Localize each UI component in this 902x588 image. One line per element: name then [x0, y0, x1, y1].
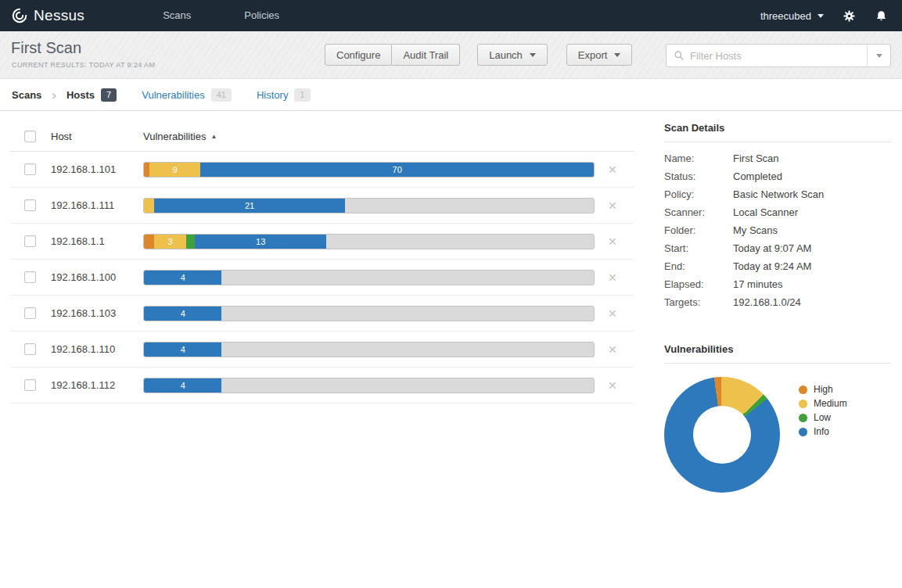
vulnerability-bar[interactable]: 4 — [143, 378, 595, 393]
row-checkbox[interactable] — [24, 307, 36, 319]
table-row[interactable]: 192.168.1.1034✕ — [10, 296, 634, 332]
notifications-bell-icon[interactable] — [875, 9, 888, 23]
settings-gear-icon[interactable] — [843, 9, 856, 23]
detail-value: Today at 9:07 AM — [733, 239, 811, 257]
bar-segment-info: 70 — [200, 163, 594, 177]
delete-row-button[interactable]: ✕ — [608, 199, 617, 212]
table-header: Host Vulnerabilities ▲ — [10, 122, 634, 152]
bar-segment-medium — [144, 199, 154, 213]
brand[interactable]: Nessus — [0, 7, 84, 24]
column-header-vulnerabilities[interactable]: Vulnerabilities ▲ — [143, 131, 217, 142]
vulnerability-bar[interactable]: 21 — [143, 198, 595, 213]
legend-item: Medium — [799, 396, 847, 411]
chart-legend: HighMediumLowInfo — [799, 382, 847, 493]
filter-dropdown-toggle[interactable] — [867, 45, 890, 66]
row-checkbox[interactable] — [24, 271, 36, 283]
main-nav: Scans Policies — [156, 0, 286, 31]
vulnerabilities-panel-title: Vulnerabilities — [664, 343, 891, 364]
detail-value: Local Scanner — [733, 203, 798, 221]
host-cell[interactable]: 192.168.1.101 — [51, 163, 143, 175]
detail-row: Name:First Scan — [664, 149, 891, 167]
user-caret-icon — [818, 14, 824, 18]
legend-label: Medium — [814, 398, 847, 409]
legend-item: High — [799, 382, 847, 396]
detail-label: Policy: — [664, 185, 733, 203]
select-all-checkbox[interactable] — [24, 131, 36, 142]
vulnerability-bar[interactable]: 970 — [143, 162, 595, 177]
table-row[interactable]: 192.168.1.11121✕ — [10, 188, 634, 224]
legend-label: Low — [814, 412, 831, 423]
legend-dot-info — [799, 428, 807, 436]
host-cell[interactable]: 192.168.1.1 — [51, 235, 143, 247]
topbar-right: threecubed — [760, 9, 902, 23]
delete-row-button[interactable]: ✕ — [608, 307, 617, 320]
detail-label: Targets: — [664, 293, 733, 311]
row-checkbox[interactable] — [24, 163, 36, 175]
detail-row: End:Today at 9:24 AM — [664, 257, 891, 275]
column-header-vulnerabilities-label: Vulnerabilities — [143, 131, 206, 142]
host-cell[interactable]: 192.168.1.111 — [51, 199, 143, 211]
legend-label: Info — [814, 426, 829, 437]
vulnerability-donut-chart — [664, 377, 780, 493]
table-row[interactable]: 192.168.1.1313✕ — [10, 224, 634, 260]
delete-row-button[interactable]: ✕ — [608, 379, 617, 392]
tab-history-count-badge: 1 — [294, 88, 310, 102]
bar-segment-medium: 9 — [149, 163, 201, 177]
tab-hosts[interactable]: Hosts 7 — [66, 88, 117, 102]
delete-row-button[interactable]: ✕ — [608, 235, 617, 248]
vulnerability-bar[interactable]: 4 — [143, 342, 595, 357]
launch-button[interactable]: Launch — [477, 44, 548, 66]
filter-hosts-input[interactable] — [690, 50, 867, 62]
delete-row-button[interactable]: ✕ — [608, 271, 617, 284]
vulnerability-bar[interactable]: 4 — [143, 270, 595, 285]
search-icon — [667, 50, 690, 61]
row-checkbox[interactable] — [24, 235, 36, 247]
tab-vulnerabilities[interactable]: Vulnerabilities 41 — [142, 88, 232, 102]
delete-row-button[interactable]: ✕ — [608, 343, 617, 356]
table-row[interactable]: 192.168.1.1104✕ — [10, 332, 634, 368]
detail-row: Status:Completed — [664, 167, 891, 185]
configure-button-label: Configure — [336, 49, 380, 61]
bar-segment-info: 4 — [144, 271, 221, 285]
bar-segment-info: 4 — [144, 307, 221, 321]
detail-row: Start:Today at 9:07 AM — [664, 239, 891, 257]
host-cell[interactable]: 192.168.1.110 — [51, 343, 143, 355]
bar-segment-medium: 3 — [154, 235, 186, 249]
column-header-host[interactable]: Host — [51, 131, 143, 142]
user-name: threecubed — [760, 10, 811, 22]
detail-row: Scanner:Local Scanner — [664, 203, 891, 221]
filter-caret-icon — [876, 54, 882, 58]
row-checkbox[interactable] — [24, 343, 36, 355]
row-checkbox[interactable] — [24, 199, 36, 211]
delete-row-button[interactable]: ✕ — [608, 163, 617, 176]
host-cell[interactable]: 192.168.1.112 — [51, 379, 143, 391]
breadcrumb: Scans › Hosts 7 Vulnerabilities 41 Histo… — [0, 79, 902, 111]
tab-history[interactable]: History 1 — [257, 88, 311, 102]
page-subtitle: CURRENT RESULTS: TODAY AT 9:24 AM — [12, 61, 155, 69]
vulnerability-bar[interactable]: 313 — [143, 234, 595, 249]
host-cell[interactable]: 192.168.1.100 — [51, 271, 143, 283]
export-caret-icon — [614, 53, 620, 57]
brand-name: Nessus — [34, 7, 84, 24]
export-button[interactable]: Export — [566, 44, 633, 66]
vulnerability-bar[interactable]: 4 — [143, 306, 595, 321]
host-cell[interactable]: 192.168.1.103 — [51, 307, 143, 319]
table-row[interactable]: 192.168.1.1124✕ — [10, 368, 634, 403]
detail-row: Targets:192.168.1.0/24 — [664, 293, 891, 311]
scan-details-title: Scan Details — [664, 122, 891, 142]
nav-item-policies[interactable]: Policies — [238, 0, 286, 31]
detail-row: Folder:My Scans — [664, 221, 891, 239]
detail-value: 192.168.1.0/24 — [733, 293, 801, 311]
breadcrumb-scans-link[interactable]: Scans — [12, 89, 41, 101]
table-row[interactable]: 192.168.1.1004✕ — [10, 260, 634, 296]
row-checkbox[interactable] — [24, 379, 36, 391]
scan-actions: Configure Audit Trail Launch Export — [325, 44, 632, 66]
table-row[interactable]: 192.168.1.101970✕ — [10, 152, 634, 188]
audit-trail-button[interactable]: Audit Trail — [392, 44, 460, 66]
launch-button-label: Launch — [489, 49, 523, 61]
nav-item-scans[interactable]: Scans — [156, 0, 197, 31]
detail-label: Scanner: — [664, 203, 733, 221]
bar-segment-info: 13 — [195, 235, 326, 249]
user-menu[interactable]: threecubed — [760, 10, 824, 22]
configure-button[interactable]: Configure — [325, 44, 392, 66]
